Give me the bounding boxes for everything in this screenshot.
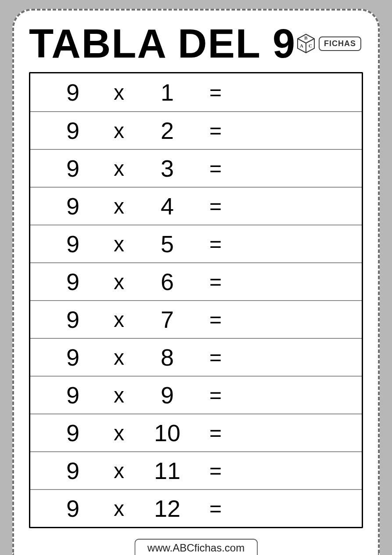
times-operator: x [93, 383, 145, 407]
multiplier: 8 [145, 344, 189, 371]
multiplier: 12 [145, 495, 189, 522]
table-row: 9x2= [30, 111, 362, 149]
multiplicand: 9 [53, 155, 93, 182]
times-operator: x [93, 308, 145, 332]
multiplicand: 9 [53, 457, 93, 484]
multiplicand: 9 [53, 381, 93, 409]
table-row: 9x1= [30, 73, 362, 111]
multiplicand: 9 [53, 306, 93, 333]
multiplier: 4 [145, 192, 189, 220]
footer-url-badge: www.ABCfichas.com [134, 539, 258, 555]
times-operator: x [93, 80, 145, 105]
equals-sign: = [189, 345, 242, 370]
times-operator: x [93, 119, 145, 143]
table-row: 9x3= [30, 149, 362, 187]
equals-sign: = [189, 270, 242, 294]
table-row: 9x7= [30, 300, 362, 338]
worksheet-card: TABLA DEL 9 B A C FICHAS 9x1=9x2=9x3=9x4… [12, 9, 380, 555]
times-operator: x [93, 421, 145, 445]
equals-sign: = [189, 119, 242, 143]
header: TABLA DEL 9 B A C FICHAS [29, 11, 363, 72]
svg-text:B: B [304, 35, 308, 40]
multiplier: 3 [145, 155, 189, 182]
multiplier: 7 [145, 306, 189, 333]
times-operator: x [93, 270, 145, 294]
brand-label: FICHAS [319, 36, 361, 51]
table-row: 9x4= [30, 187, 362, 225]
multiplication-table: 9x1=9x2=9x3=9x4=9x5=9x6=9x7=9x8=9x9=9x10… [29, 72, 363, 528]
times-operator: x [93, 156, 145, 181]
table-row: 9x5= [30, 225, 362, 262]
multiplicand: 9 [53, 268, 93, 295]
multiplicand: 9 [53, 117, 93, 144]
equals-sign: = [189, 232, 242, 256]
multiplicand: 9 [53, 230, 93, 258]
multiplier: 11 [145, 457, 189, 484]
multiplicand: 9 [53, 419, 93, 446]
brand-logo: B A C FICHAS [296, 33, 364, 54]
times-operator: x [93, 459, 145, 483]
multiplier: 5 [145, 230, 189, 258]
cube-icon: B A C [296, 33, 316, 54]
svg-text:A: A [300, 43, 303, 48]
equals-sign: = [189, 497, 242, 521]
table-row: 9x6= [30, 262, 362, 300]
equals-sign: = [189, 459, 242, 483]
multiplier: 6 [145, 268, 189, 295]
multiplicand: 9 [53, 495, 93, 522]
multiplier: 1 [145, 79, 189, 106]
table-row: 9x12= [30, 489, 362, 527]
equals-sign: = [189, 421, 242, 445]
times-operator: x [93, 345, 145, 370]
multiplier: 2 [145, 117, 189, 144]
times-operator: x [93, 497, 145, 521]
equals-sign: = [189, 308, 242, 332]
table-row: 9x10= [30, 414, 362, 451]
page-title: TABLA DEL 9 [29, 21, 296, 67]
multiplicand: 9 [53, 192, 93, 220]
svg-text:C: C [309, 43, 312, 48]
table-row: 9x9= [30, 376, 362, 414]
equals-sign: = [189, 383, 242, 407]
times-operator: x [93, 232, 145, 256]
equals-sign: = [189, 194, 242, 218]
times-operator: x [93, 194, 145, 218]
table-row: 9x11= [30, 451, 362, 489]
equals-sign: = [189, 156, 242, 181]
table-row: 9x8= [30, 338, 362, 376]
equals-sign: = [189, 80, 242, 105]
multiplicand: 9 [53, 344, 93, 371]
multiplier: 10 [145, 419, 189, 446]
multiplicand: 9 [53, 79, 93, 106]
multiplier: 9 [145, 381, 189, 409]
